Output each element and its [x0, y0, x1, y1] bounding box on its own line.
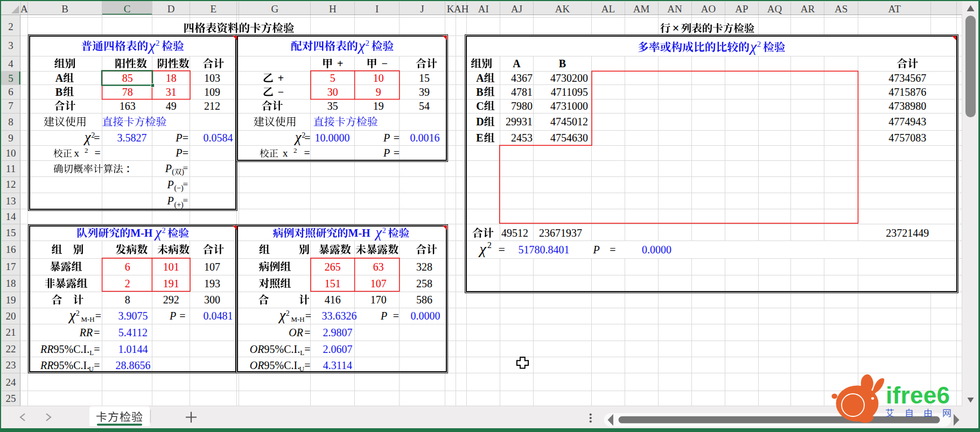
svg-text:：: ：	[122, 162, 134, 175]
svg-text:95%C.I.: 95%C.I.	[264, 359, 300, 371]
svg-text:AM: AM	[633, 3, 650, 15]
svg-text:54: 54	[419, 100, 430, 112]
svg-text:=: =	[305, 310, 311, 322]
svg-text:=: =	[94, 359, 100, 371]
svg-text:=: =	[304, 327, 310, 338]
svg-text:2453: 2453	[511, 132, 533, 144]
svg-text:35: 35	[327, 100, 338, 112]
svg-text:3.9075: 3.9075	[118, 310, 148, 322]
svg-text:6: 6	[125, 261, 130, 273]
svg-text:AT: AT	[888, 3, 901, 15]
svg-text:25: 25	[6, 393, 16, 404]
svg-text:AN: AN	[667, 3, 682, 15]
svg-text:19: 19	[373, 100, 384, 112]
svg-text:×: ×	[673, 22, 680, 35]
svg-text:2: 2	[366, 39, 369, 47]
svg-text:−: −	[278, 86, 284, 98]
svg-text:B: B	[55, 86, 62, 98]
svg-text:=: =	[394, 147, 400, 159]
svg-text:+: +	[337, 58, 343, 69]
svg-text:A: A	[55, 72, 64, 84]
svg-text:(+): (+)	[174, 201, 184, 209]
svg-text:+: +	[278, 72, 284, 84]
svg-text:85: 85	[122, 72, 133, 84]
svg-text:109: 109	[204, 86, 220, 98]
svg-text:63: 63	[373, 261, 384, 273]
svg-text:2: 2	[76, 309, 80, 317]
svg-text:=: =	[304, 359, 310, 371]
svg-text:E: E	[210, 3, 216, 15]
svg-text:P: P	[380, 310, 387, 322]
svg-text:=: =	[183, 195, 188, 206]
svg-text:2: 2	[85, 146, 88, 154]
svg-text:9: 9	[376, 86, 381, 98]
svg-text:OR: OR	[289, 327, 303, 338]
svg-text:2: 2	[293, 146, 297, 154]
svg-text:265: 265	[325, 261, 341, 273]
svg-text:4754630: 4754630	[550, 132, 588, 144]
svg-text:0.0000: 0.0000	[642, 244, 671, 256]
svg-text:P: P	[167, 179, 174, 190]
svg-text:103: 103	[204, 72, 220, 84]
svg-text:AJ: AJ	[511, 3, 522, 15]
svg-text:4731000: 4731000	[550, 100, 588, 112]
svg-text:χ: χ	[357, 37, 366, 54]
svg-text:2: 2	[156, 39, 159, 47]
svg-text:M-H: M-H	[130, 227, 153, 239]
svg-text:A: A	[20, 3, 28, 15]
svg-text:AH: AH	[454, 3, 469, 15]
svg-text:11: 11	[6, 163, 16, 174]
svg-text:4774943: 4774943	[888, 116, 926, 128]
svg-text:7: 7	[8, 100, 13, 111]
svg-text:107: 107	[204, 261, 220, 273]
svg-text:0.0584: 0.0584	[204, 132, 233, 144]
svg-text:P: P	[167, 195, 174, 207]
svg-text:=: =	[94, 343, 100, 355]
svg-text:2: 2	[757, 40, 761, 48]
svg-text:5: 5	[330, 72, 335, 84]
svg-text:AO: AO	[701, 3, 716, 15]
svg-text:RR: RR	[79, 327, 93, 338]
svg-text:4: 4	[8, 58, 13, 69]
svg-text:x: x	[283, 147, 288, 159]
svg-text:χ: χ	[83, 129, 92, 145]
svg-text:P: P	[175, 132, 182, 144]
svg-text:8: 8	[125, 294, 130, 306]
svg-text:E: E	[476, 132, 483, 144]
svg-text:14: 14	[6, 211, 17, 222]
svg-text:0.0481: 0.0481	[204, 310, 233, 322]
svg-text:300: 300	[204, 294, 220, 306]
svg-text:χ: χ	[278, 307, 286, 323]
svg-text:M-H: M-H	[348, 227, 371, 239]
svg-text:χ: χ	[374, 224, 383, 240]
svg-text:170: 170	[370, 294, 387, 306]
svg-text:416: 416	[325, 294, 341, 306]
svg-text:95%C.I.: 95%C.I.	[54, 343, 90, 355]
svg-text:24: 24	[6, 377, 17, 388]
svg-text:2: 2	[487, 240, 492, 250]
svg-text:(: (	[172, 168, 174, 176]
svg-text:5.4112: 5.4112	[118, 327, 148, 338]
svg-text:0.0000: 0.0000	[411, 310, 440, 322]
svg-text:6: 6	[8, 86, 13, 97]
svg-text:16: 16	[6, 244, 16, 255]
svg-text:4745012: 4745012	[550, 116, 588, 128]
svg-text:J: J	[420, 3, 424, 15]
svg-text:AS: AS	[835, 3, 848, 15]
svg-text:78: 78	[122, 86, 133, 98]
svg-text:328: 328	[416, 261, 432, 273]
svg-text:3: 3	[8, 40, 13, 51]
svg-text:P: P	[383, 147, 390, 159]
svg-text:95%C.I.: 95%C.I.	[264, 343, 300, 355]
svg-text:191: 191	[163, 278, 179, 289]
svg-text:19: 19	[6, 294, 16, 306]
svg-text:AI: AI	[478, 3, 489, 15]
svg-text:4734567: 4734567	[888, 72, 926, 84]
svg-text:1.0144: 1.0144	[118, 343, 148, 355]
svg-text:2: 2	[91, 131, 95, 139]
svg-text:RR: RR	[40, 343, 53, 355]
svg-text:=: =	[94, 327, 100, 338]
svg-text:30: 30	[327, 86, 338, 98]
svg-text:=: =	[499, 243, 505, 256]
svg-text:13: 13	[6, 195, 16, 207]
